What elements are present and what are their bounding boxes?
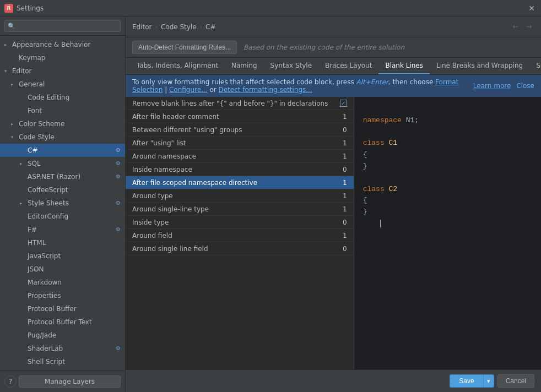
sidebar-item-markdown[interactable]: Markdown bbox=[0, 276, 125, 289]
code-line: class C1 bbox=[363, 138, 532, 149]
tab-line-breaks[interactable]: Line Breaks and Wrapping bbox=[430, 58, 529, 74]
save-dropdown-button[interactable]: ▾ bbox=[483, 374, 494, 388]
chevron-icon-color-scheme bbox=[11, 118, 18, 129]
tab-blank-lines[interactable]: Blank Lines bbox=[378, 58, 430, 74]
sidebar-item-label-color-scheme: Color Scheme bbox=[19, 118, 121, 129]
nav-back-button[interactable]: ← bbox=[510, 21, 521, 32]
table-row[interactable]: Around namespace1 bbox=[126, 150, 354, 163]
item-badge-style-sheets: ⚙ bbox=[116, 198, 121, 209]
window-title: Settings bbox=[17, 4, 44, 12]
sidebar-item-sql[interactable]: SQL⚙ bbox=[0, 157, 125, 170]
sidebar-item-protocol-buffer[interactable]: Protocol Buffer bbox=[0, 302, 125, 315]
sidebar-item-general[interactable]: General bbox=[0, 78, 125, 91]
sidebar-item-font[interactable]: Font bbox=[0, 104, 125, 117]
settings-row-label: Around single-line type bbox=[132, 205, 336, 213]
sidebar-item-javascript[interactable]: JavaScript bbox=[0, 249, 125, 263]
title-bar: R Settings ✕ bbox=[0, 0, 541, 17]
chevron-icon-code-style bbox=[11, 132, 18, 143]
sidebar-item-style-sheets[interactable]: Style Sheets⚙ bbox=[0, 197, 125, 210]
sidebar-item-color-scheme[interactable]: Color Scheme bbox=[0, 117, 125, 130]
table-row[interactable]: Around single line field0 bbox=[126, 242, 354, 255]
detect-link[interactable]: Detect formatting settings... bbox=[219, 86, 312, 94]
main-container: 🔍 Appearance & BehaviorKeymapEditorGener… bbox=[0, 17, 541, 392]
table-row[interactable]: Between different "using" groups0 bbox=[126, 123, 354, 137]
item-badge-shaderlab: ⚙ bbox=[116, 343, 121, 354]
breadcrumb-part-2: Code Style bbox=[161, 23, 197, 31]
tab-syntax-style[interactable]: Syntax Style bbox=[264, 58, 318, 74]
settings-row-value: 1 bbox=[336, 113, 347, 121]
sidebar-item-shell-script[interactable]: Shell Script bbox=[0, 355, 125, 368]
settings-row-label: Inside namespace bbox=[132, 166, 336, 173]
sidebar-item-label-markdown: Markdown bbox=[28, 277, 121, 288]
code-cursor bbox=[380, 220, 381, 227]
sidebar-item-appearance[interactable]: Appearance & Behavior bbox=[0, 38, 125, 51]
sidebar-item-code-editing[interactable]: Code Editing bbox=[0, 91, 125, 104]
sidebar-item-json[interactable]: JSON bbox=[0, 263, 125, 276]
table-row[interactable]: Around single-line type1 bbox=[126, 203, 354, 216]
sidebar-item-label-keymap: Keymap bbox=[19, 52, 121, 63]
manage-layers-button[interactable]: Manage Layers bbox=[19, 375, 121, 388]
configure-link[interactable]: Configure... bbox=[169, 86, 208, 94]
table-row[interactable]: Inside type0 bbox=[126, 216, 354, 229]
sidebar-item-label-shaderlab: ShaderLab bbox=[28, 343, 113, 354]
table-row[interactable]: After file-scoped namespace directive1 bbox=[126, 176, 354, 189]
sidebar-item-pug-jade[interactable]: Pug/Jade bbox=[0, 329, 125, 342]
sidebar-item-protocol-buffer-text[interactable]: Protocol Buffer Text bbox=[0, 315, 125, 329]
info-text-3: | bbox=[163, 86, 169, 94]
chevron-icon-appearance bbox=[4, 39, 11, 50]
sidebar-item-properties[interactable]: Properties bbox=[0, 289, 125, 302]
sidebar-item-shaderlab[interactable]: ShaderLab⚙ bbox=[0, 342, 125, 355]
sidebar-item-fsharp[interactable]: F#⚙ bbox=[0, 223, 125, 236]
tab-naming[interactable]: Naming bbox=[225, 58, 264, 74]
settings-row-value: 1 bbox=[336, 153, 347, 160]
code-cursor-line bbox=[363, 218, 532, 230]
close-button[interactable]: ✕ bbox=[527, 3, 537, 13]
code-line bbox=[363, 172, 532, 184]
settings-row-value: 1 bbox=[336, 179, 347, 187]
sidebar-item-label-editorconfig: EditorConfig bbox=[28, 211, 121, 222]
chevron-icon-editor bbox=[4, 66, 11, 77]
tab-braces-layout[interactable]: Braces Layout bbox=[318, 58, 378, 74]
tab-space[interactable]: Space bbox=[529, 58, 541, 74]
learn-more-link[interactable]: Learn more bbox=[473, 82, 511, 90]
settings-row-value: 0 bbox=[336, 245, 347, 253]
settings-checkbox[interactable] bbox=[340, 100, 347, 107]
help-button[interactable]: ? bbox=[4, 375, 17, 388]
chevron-icon-general bbox=[11, 79, 18, 90]
sidebar-item-coffeescript[interactable]: CoffeeScript bbox=[0, 183, 125, 197]
info-text-1: To only view formatting rules that affec… bbox=[132, 78, 356, 86]
code-line: { bbox=[363, 195, 532, 206]
table-row[interactable]: After "using" list1 bbox=[126, 137, 354, 150]
sidebar-item-csharp[interactable]: C#⚙ bbox=[0, 144, 125, 157]
breadcrumb: Editor › Code Style › C# bbox=[132, 23, 215, 31]
table-row[interactable]: After file header comment1 bbox=[126, 110, 354, 123]
settings-row-label: Around field bbox=[132, 232, 336, 239]
table-row[interactable]: Inside namespace0 bbox=[126, 163, 354, 176]
sidebar-item-editor[interactable]: Editor bbox=[0, 64, 125, 78]
table-row[interactable]: Around field1 bbox=[126, 229, 354, 242]
sidebar-item-aspnet[interactable]: ASP.NET (Razor)⚙ bbox=[0, 170, 125, 183]
sidebar-item-editorconfig[interactable]: EditorConfig bbox=[0, 210, 125, 223]
save-button-group: Save ▾ bbox=[450, 374, 494, 388]
settings-row-value: 1 bbox=[336, 232, 347, 239]
table-row[interactable]: Around type1 bbox=[126, 189, 354, 203]
save-button[interactable]: Save bbox=[450, 374, 483, 388]
sidebar-item-html[interactable]: HTML bbox=[0, 236, 125, 249]
table-row[interactable]: Remove blank lines after "{" and before … bbox=[126, 97, 354, 110]
sidebar-item-label-style-sheets: Style Sheets bbox=[28, 198, 113, 209]
sidebar-item-code-style[interactable]: Code Style bbox=[0, 130, 125, 144]
auto-detect-button[interactable]: Auto-Detect Formatting Rules... bbox=[132, 41, 237, 54]
settings-row-label: Around type bbox=[132, 192, 336, 200]
code-line: namespace N1; bbox=[363, 115, 532, 127]
sidebar-item-label-font: Font bbox=[28, 105, 121, 116]
search-input[interactable] bbox=[4, 20, 121, 32]
nav-arrows: ← → bbox=[510, 21, 534, 32]
cancel-button[interactable]: Cancel bbox=[497, 374, 534, 388]
sidebar-item-keymap[interactable]: Keymap bbox=[0, 51, 125, 64]
tab-tabs-indents[interactable]: Tabs, Indents, Alignment bbox=[130, 58, 225, 74]
sidebar-item-label-aspnet: ASP.NET (Razor) bbox=[28, 171, 113, 182]
nav-forward-button[interactable]: → bbox=[523, 21, 534, 32]
sidebar-item-label-pug-jade: Pug/Jade bbox=[28, 330, 121, 341]
info-text-4: or bbox=[208, 86, 219, 94]
info-close-button[interactable]: Close bbox=[516, 82, 534, 90]
